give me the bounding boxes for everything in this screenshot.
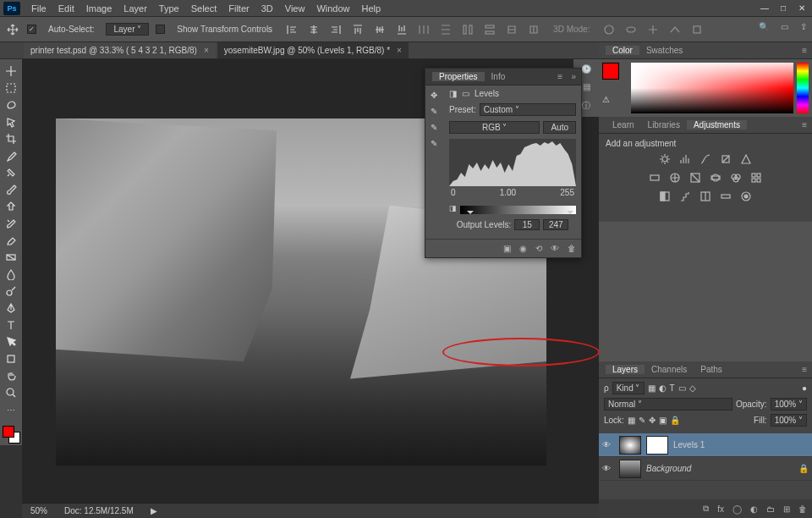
maximize-icon[interactable]: □: [778, 3, 788, 13]
group-icon[interactable]: 🗀: [766, 504, 775, 514]
tab-close-icon[interactable]: ×: [397, 46, 402, 55]
layer-name[interactable]: Levels 1: [673, 440, 705, 449]
brightness-icon[interactable]: [656, 152, 673, 167]
menu-window[interactable]: Window: [310, 3, 355, 14]
input-gamma[interactable]: 1.00: [500, 188, 516, 197]
align-right-icon[interactable]: [328, 22, 343, 37]
filter-smart-icon[interactable]: ◇: [689, 383, 696, 393]
layer-thumbnail[interactable]: [619, 460, 641, 478]
input-black[interactable]: 0: [451, 188, 456, 197]
color-lookup-icon[interactable]: [748, 170, 765, 185]
black-eyedropper-icon[interactable]: ✎: [431, 107, 444, 116]
history-panel-icon[interactable]: 🕑: [581, 64, 591, 74]
preset-select[interactable]: Custom ˅: [480, 103, 576, 116]
panel-menu-icon[interactable]: ≡: [802, 120, 807, 130]
adjustment-thumbnail[interactable]: [619, 436, 641, 455]
menu-file[interactable]: File: [25, 3, 52, 14]
search-icon[interactable]: 🔍: [759, 22, 769, 31]
eraser-tool[interactable]: [0, 232, 22, 249]
menu-3d[interactable]: 3D: [255, 3, 279, 14]
mask-icon[interactable]: ◯: [732, 504, 742, 514]
clip-icon[interactable]: ▣: [503, 244, 511, 253]
align-top-icon[interactable]: [350, 22, 365, 37]
filter-kind[interactable]: Kind ˅: [612, 382, 645, 394]
tab-close-icon[interactable]: ×: [204, 46, 209, 55]
tab-paths[interactable]: Paths: [694, 365, 729, 374]
auto-button[interactable]: Auto: [543, 121, 576, 134]
channel-select[interactable]: RGB ˅: [449, 121, 540, 134]
posterize-icon[interactable]: [677, 189, 694, 204]
lock-artboard-icon[interactable]: ▣: [659, 416, 667, 425]
menu-filter[interactable]: Filter: [222, 3, 255, 14]
gradient-tool[interactable]: [0, 249, 22, 266]
tab-learn[interactable]: Learn: [606, 120, 641, 130]
dodge-tool[interactable]: [0, 283, 22, 300]
menu-help[interactable]: Help: [356, 3, 387, 14]
menu-image[interactable]: Image: [80, 3, 118, 14]
panel-menu-icon[interactable]: ≡: [557, 72, 562, 81]
menu-type[interactable]: Type: [153, 3, 185, 14]
menu-edit[interactable]: Edit: [52, 3, 80, 14]
sample-all-icon[interactable]: ✥: [431, 91, 444, 100]
output-gradient[interactable]: [460, 206, 576, 214]
input-white[interactable]: 255: [560, 188, 574, 197]
gray-eyedropper-icon[interactable]: ✎: [431, 123, 444, 132]
menu-layer[interactable]: Layer: [118, 3, 153, 14]
output-white[interactable]: 247: [543, 219, 568, 230]
info-panel-icon[interactable]: ⓘ: [582, 100, 590, 112]
tab-info[interactable]: Info: [485, 72, 513, 81]
gradient-map-icon[interactable]: [717, 189, 734, 204]
pen-tool[interactable]: [0, 300, 22, 317]
threshold-icon[interactable]: [697, 189, 714, 204]
hue-sat-icon[interactable]: [646, 170, 663, 185]
channel-mixer-icon[interactable]: [727, 170, 744, 185]
share-icon[interactable]: ⇪: [800, 22, 807, 31]
histogram[interactable]: [449, 139, 576, 186]
toggle-visibility-icon[interactable]: 👁: [551, 244, 559, 253]
visibility-icon[interactable]: 👁: [602, 464, 614, 473]
tab-yosemite[interactable]: yosemiteBW.jpg @ 50% (Levels 1, RGB/8) *…: [217, 41, 409, 58]
layer-name[interactable]: Background: [646, 464, 691, 473]
auto-select-target[interactable]: Layer ˅: [106, 23, 149, 36]
path-select-tool[interactable]: [0, 333, 22, 350]
close-icon[interactable]: ✕: [797, 3, 807, 13]
move-tool[interactable]: [0, 63, 22, 80]
color-balance-icon[interactable]: [667, 170, 683, 185]
align-vcenter-icon[interactable]: [372, 22, 387, 37]
delete-icon[interactable]: 🗑: [798, 504, 807, 514]
eyedropper-tool[interactable]: [0, 147, 22, 164]
previous-state-icon[interactable]: ◉: [519, 244, 527, 253]
workspace-icon[interactable]: ▭: [781, 22, 788, 31]
mask-thumbnail[interactable]: [646, 436, 668, 455]
brush-tool[interactable]: [0, 181, 22, 198]
tab-channels[interactable]: Channels: [645, 365, 694, 374]
fg-swatch[interactable]: [602, 63, 619, 80]
vibrance-icon[interactable]: [738, 152, 754, 167]
filter-pixel-icon[interactable]: ▦: [648, 383, 656, 393]
selective-color-icon[interactable]: [738, 189, 754, 204]
hue-strip[interactable]: [797, 63, 809, 113]
hand-tool[interactable]: [0, 367, 22, 384]
type-tool[interactable]: [0, 317, 22, 333]
tab-libraries[interactable]: Libraries: [641, 120, 687, 130]
curves-icon[interactable]: [697, 152, 714, 167]
auto-select-checkbox[interactable]: ✓: [27, 25, 36, 34]
minimize-icon[interactable]: —: [760, 3, 770, 13]
filter-shape-icon[interactable]: ▭: [678, 383, 686, 393]
color-spectrum[interactable]: [631, 63, 793, 113]
tab-printer-test[interactable]: printer test.psd @ 33.3% ( 5 4 3 2 1, RG…: [24, 41, 216, 58]
quick-select-tool[interactable]: [0, 113, 22, 130]
status-arrow-icon[interactable]: ▶: [151, 506, 157, 515]
blur-tool[interactable]: [0, 266, 22, 283]
align-bottom-icon[interactable]: [394, 22, 409, 37]
zoom-tool[interactable]: [0, 384, 22, 401]
properties-panel-icon[interactable]: ▤: [583, 82, 590, 91]
fill-value[interactable]: 100% ˅: [771, 414, 807, 427]
edit-toolbar[interactable]: ⋯: [0, 401, 22, 418]
tab-layers[interactable]: Layers: [606, 365, 645, 374]
panel-menu-icon[interactable]: ≡: [802, 46, 807, 55]
history-brush-tool[interactable]: [0, 215, 22, 232]
link-layers-icon[interactable]: ⧉: [703, 504, 709, 514]
doc-info[interactable]: Doc: 12.5M/12.5M: [64, 506, 134, 515]
tab-color[interactable]: Color: [606, 46, 639, 55]
